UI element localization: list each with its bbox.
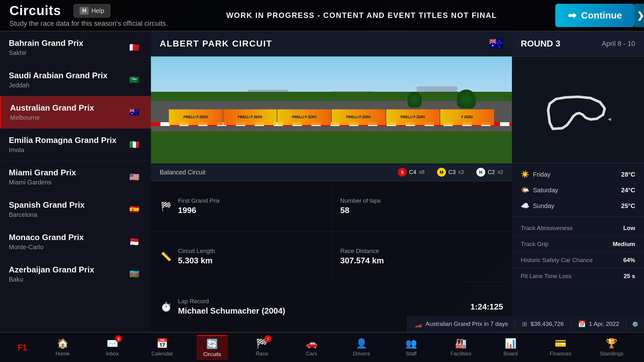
nav-item-cars[interactable]: 🚗 Cars [296, 335, 327, 359]
race-city-emilia: Imola [9, 146, 116, 154]
nav-icon-wrap-inbox: ✉️ 3 [107, 338, 118, 349]
race-flag-australia: 🇦🇺 [126, 107, 142, 118]
stat-length: 📏 Circuit Length 5.303 km [151, 232, 331, 282]
race-item-miami[interactable]: Miami Grand Prix Miami Gardens 🇺🇸 [0, 161, 151, 193]
weather-icon-sunday: ☁️ [521, 202, 529, 210]
weather-sunday: ☁️ Sunday 25°C [512, 198, 644, 214]
page-title: Circuits [9, 3, 61, 18]
weather-icon-saturday: 🌤️ [521, 186, 529, 194]
track-label-track-abrasiveness: Track Abrasiveness [521, 225, 573, 232]
race-name-australia: Australian Grand Prix [10, 103, 94, 113]
medium-count: x3 [458, 169, 464, 175]
nav-label-drivers: Drivers [353, 351, 370, 357]
nav-label-inbox: Inbox [106, 351, 119, 357]
nav-icon-drivers: 👤 [356, 338, 367, 348]
nav-item-finances[interactable]: 💳 Finances [545, 335, 576, 359]
laps-value: 58 [340, 206, 381, 215]
settings-icon[interactable]: ⚙️ [632, 321, 638, 327]
race-flag-emilia: 🇮🇹 [126, 139, 142, 150]
nav-item-facilities[interactable]: 🏭 Facilities [445, 335, 477, 359]
race-item-monaco[interactable]: Monaco Grand Prix Monte-Carlo 🇲🇨 [0, 226, 151, 258]
race-list: Bahrain Grand Prix Sakhir 🇧🇭 Saudi Arabi… [0, 31, 151, 332]
race-name-monaco: Monaco Grand Prix [9, 233, 84, 242]
race-flag-monaco: 🇲🇨 [126, 236, 142, 247]
f1-logo-nav: F1 [6, 340, 38, 355]
f1-logo: F1 [18, 343, 27, 353]
nav-item-staff[interactable]: 👥 Staff [395, 335, 427, 359]
nav-icon-wrap-board: 📊 [505, 338, 516, 349]
track-label-pit-lane-time-loss: Pit Lane Time Loss [521, 273, 572, 280]
weather-day-saturday: Saturday [533, 187, 558, 194]
circuit-map-svg [534, 79, 622, 141]
soft-compound-label: C4 [409, 169, 416, 176]
nav-label-calendar: Calendar [151, 351, 173, 357]
weather-day-sunday: Sunday [533, 202, 554, 210]
race-flag-bahrain: 🇧🇭 [126, 42, 142, 53]
pirelli-sign-6: F ZERO [440, 109, 494, 125]
weather-day-friday: Friday [533, 171, 551, 178]
circuit-flag: 🇦🇺 [489, 37, 503, 50]
date-value: 1 Apr, 2022 [589, 321, 619, 327]
race-item-emilia[interactable]: Emilia Romagna Grand Prix Imola 🇮🇹 [0, 129, 151, 161]
nav-item-drivers[interactable]: 👤 Drivers [346, 335, 377, 359]
center-panel: ALBERT PARK CIRCUIT 🇦🇺 [151, 31, 512, 332]
help-button[interactable]: H Help [74, 4, 110, 18]
race-item-bahrain[interactable]: Bahrain Grand Prix Sakhir 🇧🇭 [0, 31, 151, 64]
top-left-header: Circuits H Help Study the race data for … [9, 3, 168, 28]
nav-icon-wrap-cars: 🚗 [306, 338, 318, 349]
race-name-emilia: Emilia Romagna Grand Prix [9, 135, 116, 145]
race-status-icon: 🏎️ [414, 320, 422, 328]
nav-icon-wrap-facilities: 🏭 [455, 338, 467, 349]
continue-button[interactable]: ➡ Continue ❯❯ [555, 4, 635, 27]
hard-tyre: H C2 x2 [476, 168, 503, 177]
stat-distance: Race Distance 307.574 km [331, 232, 512, 282]
lap-record-content: Lap Record Michael Schumacher (2004) [178, 298, 285, 316]
weather-icon-friday: ☀️ [521, 170, 529, 178]
track-info-pit-lane-time-loss: Pit Lane Time Loss 25 s [512, 268, 644, 284]
race-item-spanish[interactable]: Spanish Grand Prix Barcelona 🇪🇸 [0, 193, 151, 226]
nav-item-race[interactable]: 🏁 ! Race [246, 335, 278, 359]
track-info-track-abrasiveness: Track Abrasiveness Low [512, 220, 644, 236]
race-item-saudi[interactable]: Saudi Arabian Grand Prix Jeddah 🇸🇦 [0, 64, 151, 96]
medium-tyre-icon: M [437, 168, 446, 177]
wip-banner: WORK IN PROGRESS - CONTENT AND EVENT TIT… [168, 11, 555, 20]
race-flag-miami: 🇺🇸 [126, 172, 142, 182]
lap-record-icon: ⏱️ [160, 302, 172, 312]
race-city-miami: Miami Gardens [9, 179, 76, 186]
nav-label-facilities: Facilities [451, 351, 471, 357]
nav-icon-circuits: 🔄 [206, 339, 218, 349]
race-flag-spanish: 🇪🇸 [126, 204, 142, 215]
nav-item-inbox[interactable]: ✉️ 3 Inbox [97, 335, 128, 359]
first-gp-content: First Grand Prix 1996 [178, 197, 220, 215]
medium-tyre: M C3 x3 [437, 168, 464, 177]
bottom-nav: F1 🏠 Home ✉️ 3 Inbox 📅 Calendar 🔄 Circui… [0, 332, 644, 362]
lap-record-holder: Michael Schumacher (2004) [178, 306, 285, 316]
settings-button[interactable]: ⚙️ [626, 317, 644, 332]
race-city-bahrain: Sakhir [9, 49, 83, 57]
weather-friday: ☀️ Friday 28°C [512, 167, 644, 182]
track-label-track-grip: Track Grip [521, 241, 548, 248]
nav-icon-board: 📊 [505, 338, 516, 348]
race-item-azerbaijan[interactable]: Azerbaijan Grand Prix Baku 🇦🇿 [0, 258, 151, 290]
nav-item-home[interactable]: 🏠 Home [47, 335, 78, 359]
lap-record-label: Lap Record [178, 298, 285, 305]
nav-label-race: Race [256, 351, 268, 357]
nav-item-calendar[interactable]: 📅 Calendar [146, 335, 178, 359]
race-city-monaco: Monte-Carlo [9, 244, 84, 251]
race-item-australia[interactable]: Australian Grand Prix Melbourne 🇦🇺 [0, 96, 151, 129]
nav-label-board: Board [503, 351, 518, 357]
nav-item-circuits[interactable]: 🔄 Circuits [197, 335, 228, 360]
stat-laps: Number of laps 58 [331, 181, 512, 232]
nav-item-standings[interactable]: 🏆 Standings [595, 335, 629, 359]
status-bar: 🏎️ Australian Grand Prix in 7 days ⊞ $38… [407, 316, 644, 332]
round-label: ROUND 3 [521, 39, 560, 49]
nav-label-home: Home [55, 351, 69, 357]
race-city-spanish: Barcelona [9, 211, 85, 218]
pirelli-sign-3: PIRELLI P ZERO [277, 109, 331, 125]
pirelli-sign-1: PIRELLI P ZERO [169, 109, 223, 125]
nav-item-board[interactable]: 📊 Board [495, 335, 526, 359]
race-city-saudi: Jeddah [9, 82, 108, 89]
nav-icon-wrap-home: 🏠 [57, 338, 69, 349]
nav-label-standings: Standings [600, 351, 624, 357]
nav-icon-wrap-finances: 💳 [555, 338, 566, 349]
